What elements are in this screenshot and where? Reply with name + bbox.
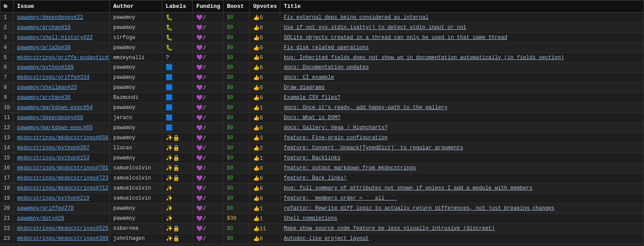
issue-link[interactable]: pawamoy/aria2p#38	[17, 45, 70, 51]
row-issue[interactable]: mkdocstrings/mkdocstrings#712	[14, 183, 110, 193]
title-link[interactable]: Use if not sys.stdin.isatty() to detect …	[284, 25, 466, 31]
issue-link[interactable]: pawamoy/dependenpy#22	[17, 14, 83, 21]
row-boost: $0	[223, 143, 250, 153]
row-title[interactable]: Shell completions	[280, 214, 644, 224]
title-link[interactable]: Docs: What is DSM?	[284, 115, 341, 121]
row-issue[interactable]: pawamoy/markdown-exec#54	[14, 103, 110, 113]
table-row: 5 mkdocstrings/griffe-pydantic#17 mmzeyn…	[0, 53, 644, 63]
title-link[interactable]: Draw diagrams	[284, 84, 325, 91]
issue-link[interactable]: pawamoy/markdown-exec#54	[17, 105, 93, 111]
row-title[interactable]: docs: Once it's ready, add happy-path to…	[280, 103, 644, 113]
row-title[interactable]: feature: output markdown from mkdocstrin…	[280, 163, 644, 173]
row-issue[interactable]: pawamoy/griffe#278	[14, 204, 110, 214]
row-title[interactable]: Draw diagrams	[280, 83, 644, 93]
title-link[interactable]: feature: Backlinks	[284, 155, 341, 161]
row-title[interactable]: docs: Gallery: Vega / Highcharts?	[280, 123, 644, 133]
row-title[interactable]: bug: Inherited fields does not show up i…	[280, 53, 644, 63]
row-title[interactable]: feature: Backlinks	[280, 153, 644, 163]
row-issue[interactable]: mkdocstrings/mkdocstrings#389	[14, 234, 110, 244]
issue-link[interactable]: mkdocstrings/griffe-pydantic#17	[17, 55, 110, 61]
row-issue[interactable]: mkdocstrings/griffe-pydantic#17	[14, 53, 110, 63]
row-title[interactable]: SQLite objects created in a thread can o…	[280, 33, 644, 43]
row-title[interactable]: Javascript handler	[280, 244, 644, 246]
col-header-no: №	[0, 0, 14, 13]
issue-link[interactable]: mkdocstrings/mkdocstrings#525	[17, 225, 108, 232]
issue-link[interactable]: mkdocstrings/python#219	[17, 195, 90, 201]
row-title[interactable]: feature: Back links!	[280, 173, 644, 183]
issue-link[interactable]: pawamoy/shellman#23	[17, 84, 77, 91]
issue-link[interactable]: mkdocstrings/python#207	[17, 145, 90, 151]
row-issue[interactable]: mkdocstrings/python#207	[14, 143, 110, 153]
title-link[interactable]: SQLite objects created in a thread can o…	[284, 35, 507, 41]
col-header-upvotes: Upvotes	[250, 0, 280, 13]
issue-link[interactable]: pawamoy/markdown-exec#65	[17, 125, 93, 131]
title-link[interactable]: docs: CI example	[284, 74, 334, 81]
issue-link[interactable]: mkdocstrings/mkdocstrings#712	[17, 185, 108, 191]
row-title[interactable]: docs: Documentation updates	[280, 63, 644, 73]
issue-link[interactable]: mkdocstrings/mkdocstrings#658	[17, 135, 108, 141]
issue-link[interactable]: pawamoy/archan#18	[17, 25, 70, 31]
issue-link[interactable]: mkdocstrings/mkdocstrings#701	[17, 165, 108, 171]
row-issue[interactable]: pawamoy/aria2p#38	[14, 43, 110, 53]
title-link[interactable]: Autodoc-like project layout	[284, 235, 369, 242]
title-link[interactable]: feature: `members order = `__all__``	[284, 195, 397, 201]
row-issue[interactable]: pawamoy/dependenpy#60	[14, 113, 110, 123]
row-issue[interactable]: mkdocstrings/mkdocstrings#525	[14, 224, 110, 234]
title-link[interactable]: feature: Convert `Unpack[TypedDict]` to …	[284, 145, 463, 151]
row-title[interactable]: Fix external deps being considered as in…	[280, 13, 644, 23]
row-title[interactable]: docs: CI example	[280, 73, 644, 83]
row-issue[interactable]: pawamoy/python#199	[14, 63, 110, 73]
row-issue[interactable]: mkdocstrings/mkdocstrings#92	[14, 244, 110, 246]
row-issue[interactable]: pawamoy/duty#26	[14, 214, 110, 224]
title-link[interactable]: Make show source code feature be less vi…	[284, 225, 494, 232]
row-title[interactable]: Autodoc-like project layout	[280, 234, 644, 244]
title-link[interactable]: refactor: Rewrite diff logic to actually…	[284, 205, 554, 211]
row-upvotes: 👍1	[250, 103, 280, 113]
issue-link[interactable]: pawamoy/shell-history#22	[17, 35, 93, 41]
issue-link[interactable]: pawamoy/dependenpy#60	[17, 115, 83, 121]
issue-link[interactable]: mkdocstrings/mkdocstrings#389	[17, 235, 108, 242]
row-issue[interactable]: pawamoy/shellman#23	[14, 83, 110, 93]
title-link[interactable]: docs: Gallery: Vega / Highcharts?	[284, 125, 388, 131]
row-issue[interactable]: mkdocstrings/griffe#334	[14, 73, 110, 83]
title-link[interactable]: Fix external deps being considered as in…	[284, 14, 428, 21]
issue-link[interactable]: pawamoy/archan#36	[17, 95, 70, 101]
row-title[interactable]: bug: full summary of attributes not show…	[280, 183, 644, 193]
row-issue[interactable]: mkdocstrings/python#219	[14, 193, 110, 204]
row-issue[interactable]: pawamoy/archan#18	[14, 23, 110, 33]
row-labels: 🐛	[162, 33, 193, 43]
row-issue[interactable]: mkdocstrings/python#153	[14, 153, 110, 163]
issue-link[interactable]: mkdocstrings/python#153	[17, 155, 90, 161]
issue-link[interactable]: pawamoy/duty#26	[17, 215, 64, 221]
row-issue[interactable]: pawamoy/dependenpy#22	[14, 13, 110, 23]
title-link[interactable]: docs: Once it's ready, add happy-path to…	[284, 105, 447, 111]
row-title[interactable]: feature: `members order = `__all__``	[280, 193, 644, 204]
title-link[interactable]: Fix disk related operations	[284, 45, 369, 51]
row-issue[interactable]: mkdocstrings/mkdocstrings#701	[14, 163, 110, 173]
row-title[interactable]: Example CSV files?	[280, 93, 644, 103]
title-link[interactable]: Shell completions	[284, 215, 337, 221]
row-issue[interactable]: mkdocstrings/mkdocstrings#723	[14, 173, 110, 183]
row-issue[interactable]: mkdocstrings/mkdocstrings#658	[14, 133, 110, 143]
row-issue[interactable]: pawamoy/shell-history#22	[14, 33, 110, 43]
row-title[interactable]: Use if not sys.stdin.isatty() to detect …	[280, 23, 644, 33]
title-link[interactable]: feature: Fine-grain configuration	[284, 135, 388, 141]
title-link[interactable]: bug: full summary of attributes not show…	[284, 185, 533, 191]
row-issue[interactable]: pawamoy/archan#36	[14, 93, 110, 103]
title-link[interactable]: Example CSV files?	[284, 95, 341, 101]
issue-link[interactable]: mkdocstrings/mkdocstrings#723	[17, 175, 108, 181]
row-title[interactable]: feature: Convert `Unpack[TypedDict]` to …	[280, 143, 644, 153]
row-title[interactable]: feature: Fine-grain configuration	[280, 133, 644, 143]
issue-link[interactable]: mkdocstrings/griffe#334	[17, 74, 90, 81]
row-title[interactable]: Fix disk related operations	[280, 43, 644, 53]
row-issue[interactable]: pawamoy/markdown-exec#65	[14, 123, 110, 133]
issue-link[interactable]: pawamoy/python#199	[17, 64, 74, 70]
title-link[interactable]: docs: Documentation updates	[284, 64, 369, 70]
row-title[interactable]: Docs: What is DSM?	[280, 113, 644, 123]
row-title[interactable]: refactor: Rewrite diff logic to actually…	[280, 204, 644, 214]
row-title[interactable]: Make show source code feature be less vi…	[280, 224, 644, 234]
title-link[interactable]: bug: Inherited fields does not show up i…	[284, 55, 564, 61]
title-link[interactable]: feature: output markdown from mkdocstrin…	[284, 165, 416, 171]
title-link[interactable]: feature: Back links!	[284, 175, 347, 181]
issue-link[interactable]: pawamoy/griffe#278	[17, 205, 74, 211]
